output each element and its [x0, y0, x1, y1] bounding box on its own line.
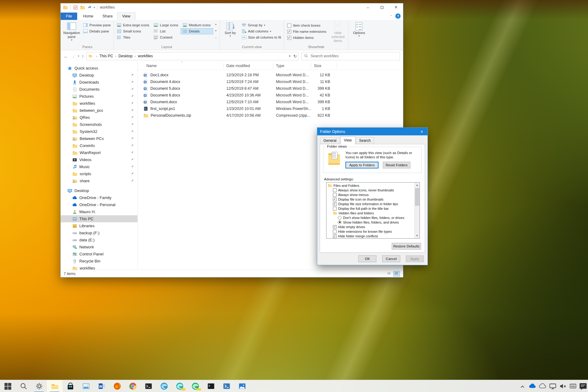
layout-scroll-arrows[interactable]: ▴▾⌄: [213, 21, 219, 40]
qat-dropdown-icon[interactable]: ▾: [94, 6, 95, 9]
sidebar-item-data-e-[interactable]: data (E:): [61, 236, 138, 243]
taskbar-chrome-icon[interactable]: [125, 380, 141, 392]
taskbar-terminal-icon[interactable]: [141, 380, 156, 392]
checkbox-icon[interactable]: [333, 193, 337, 197]
search-input[interactable]: Search workfiles: [301, 52, 400, 60]
layout-small-icons[interactable]: Small icons: [115, 28, 152, 34]
properties-icon[interactable]: [73, 5, 78, 10]
taskbar-console-icon[interactable]: [203, 380, 219, 392]
layout-medium-icons[interactable]: Medium icons: [181, 22, 213, 28]
setting-checkbox-1[interactable]: Always show icons, never thumbnails: [326, 188, 414, 192]
layout-content[interactable]: Content: [152, 34, 180, 40]
sidebar-item-workfiles[interactable]: workfiles: [61, 100, 138, 107]
sort-by-button[interactable]: Sort by ▾: [221, 21, 240, 37]
file-row[interactable]: WDocument 4.docx12/5/2019 7:24 AMMicroso…: [138, 78, 403, 85]
sidebar-item-qres[interactable]: QRes: [61, 114, 138, 121]
sidebar-item-desktop[interactable]: Desktop: [61, 72, 138, 79]
settings-scrollbar[interactable]: ▲ ▼: [414, 183, 420, 238]
setting-radio-7[interactable]: Don't show hidden files, folders, or dri…: [326, 215, 414, 220]
breadcrumb[interactable]: › This PC › Desktop › workfiles ▾ ↻: [86, 52, 298, 60]
file-row[interactable]: first_script.ps11/23/2020 10:01 AMWindow…: [138, 105, 403, 112]
back-button[interactable]: ←: [64, 54, 68, 59]
taskbar-search-icon[interactable]: [16, 380, 31, 392]
explorer-titlebar[interactable]: ▾ workfiles – ×: [61, 3, 403, 11]
checkbox-icon[interactable]: [333, 230, 337, 233]
preview-pane-button[interactable]: Preview pane: [81, 22, 113, 28]
taskbar-edge-icon[interactable]: [156, 380, 172, 392]
taskbar-gallery-icon[interactable]: [234, 380, 250, 392]
tray-volume-muted-icon[interactable]: [558, 380, 568, 392]
scrollbar-thumb[interactable]: [415, 188, 419, 206]
taskbar-start-icon[interactable]: [0, 380, 16, 392]
sidebar-item-onedrive-family[interactable]: OneDrive - Family: [61, 194, 138, 201]
add-columns-button[interactable]: Add columns▾: [240, 28, 283, 34]
dialog-tab-search[interactable]: Search: [356, 137, 374, 144]
scroll-up-icon[interactable]: ▲: [415, 183, 420, 188]
sidebar-item-onedrive-personal[interactable]: OneDrive - Personal: [61, 201, 138, 208]
taskbar-edge-dev-icon[interactable]: [187, 380, 203, 392]
up-button[interactable]: ↑: [82, 54, 84, 59]
cancel-button[interactable]: Cancel: [382, 255, 400, 262]
help-icon[interactable]: ?: [395, 13, 401, 19]
sidebar-item-this-pc[interactable]: This PC: [61, 215, 138, 222]
taskbar-photos-icon[interactable]: [78, 380, 94, 392]
checkbox-icon[interactable]: [333, 188, 337, 192]
sidebar-item-backup-f-[interactable]: backup (F:): [61, 229, 138, 236]
taskbar-store-icon[interactable]: [62, 380, 78, 392]
customize-qat-icon[interactable]: [87, 5, 92, 10]
item-check-boxes-checkbox[interactable]: Item check boxes: [285, 22, 329, 28]
setting-checkbox-11[interactable]: ✓Hide folder merge conflicts: [326, 234, 414, 238]
tray-onedrive-icon[interactable]: [527, 380, 537, 392]
tray-touch-keyboard-icon[interactable]: [568, 380, 578, 392]
layout-tiles[interactable]: Tiles: [115, 34, 152, 40]
tray-action-center-icon[interactable]: [578, 380, 588, 392]
tab-file[interactable]: File: [61, 13, 77, 20]
taskbar-edge-beta-icon[interactable]: [172, 380, 187, 392]
dialog-tab-view[interactable]: View: [340, 137, 356, 144]
sidebar-item-coreinfo[interactable]: Coreinfo: [61, 142, 138, 149]
restore-defaults-button[interactable]: Restore Defaults: [392, 243, 421, 250]
sidebar-item-screenshots[interactable]: Screenshots: [61, 121, 138, 128]
file-row[interactable]: PersonalDocuments.zip4/17/2020 10:58 AMC…: [138, 112, 403, 119]
sidebar-item-share[interactable]: share: [61, 177, 138, 184]
dialog-tab-general[interactable]: General: [320, 137, 340, 144]
sidebar-item-documents[interactable]: Documents: [61, 86, 138, 93]
thumbnail-view-toggle[interactable]: [393, 271, 400, 277]
sidebar-item-libraries[interactable]: Libraries: [61, 222, 138, 229]
refresh-icon[interactable]: ↻: [293, 54, 297, 58]
sidebar-item-desktop[interactable]: Desktop: [61, 187, 138, 194]
layout-details[interactable]: Details: [181, 28, 213, 34]
tab-view[interactable]: View: [117, 12, 135, 20]
sidebar-item-control-panel[interactable]: Control Panel: [61, 251, 138, 258]
details-pane-button[interactable]: Details pane: [81, 28, 113, 34]
checkbox-checked-icon[interactable]: ✓: [333, 198, 337, 201]
options-button[interactable]: Options ▾: [349, 21, 368, 37]
recent-locations-icon[interactable]: ▾: [78, 55, 79, 58]
tray-onedrive-gray-icon[interactable]: [537, 380, 548, 392]
taskbar-firefox-icon[interactable]: [109, 380, 125, 392]
reset-folders-button[interactable]: Reset Folders: [383, 162, 410, 168]
checkbox-checked-icon[interactable]: ✓: [333, 234, 337, 238]
setting-checkbox-5[interactable]: Display the full path in the title bar: [326, 206, 414, 211]
taskbar-settings-icon[interactable]: [31, 380, 47, 392]
column-header-type[interactable]: Type: [273, 63, 311, 69]
sidebar-item-between-pcs[interactable]: between_pcs: [61, 107, 138, 114]
setting-checkbox-9[interactable]: ✓Hide empty drives: [326, 224, 414, 229]
sidebar-item-scripts[interactable]: scripts: [61, 170, 138, 177]
checkbox-checked-icon[interactable]: ✓: [333, 225, 337, 229]
ok-button[interactable]: OK: [358, 255, 376, 262]
apply-to-folders-button[interactable]: Apply to Folders: [345, 162, 379, 168]
tab-share[interactable]: Share: [98, 13, 117, 20]
layout-list[interactable]: List: [152, 28, 180, 34]
taskbar-powershell-icon[interactable]: [219, 380, 234, 392]
file-row[interactable]: WDocument 6.docx4/23/2020 10:36 AMMicros…: [138, 92, 403, 99]
dialog-close-icon[interactable]: ×: [419, 129, 425, 134]
sidebar-item-downloads[interactable]: Downloads: [61, 79, 138, 86]
setting-radio-8[interactable]: Show hidden files, folders, and drives: [326, 220, 414, 224]
setting-checkbox-2[interactable]: Always show menus: [326, 192, 414, 197]
tab-home[interactable]: Home: [78, 13, 98, 20]
layout-extra-large-icons[interactable]: Extra large icons: [115, 22, 152, 28]
navigation-pane-button[interactable]: Navigation pane ▾: [62, 21, 81, 41]
address-dropdown-icon[interactable]: ▾: [289, 55, 291, 58]
breadcrumb-workfiles[interactable]: workfiles: [138, 54, 153, 58]
